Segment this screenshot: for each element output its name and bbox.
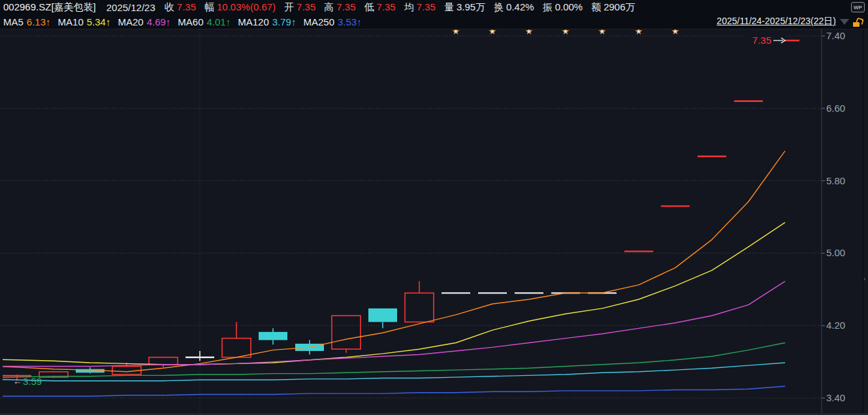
y-axis-label: 7.40	[826, 30, 845, 41]
quote-field-label: 收	[165, 1, 174, 12]
candle-11[interactable]	[368, 308, 397, 328]
quote-field-value: 7.35	[297, 1, 315, 12]
low-price-marker: ←3.59	[13, 376, 42, 387]
ma-legend-MA10: MA105.34↑	[58, 16, 111, 27]
candle-4[interactable]	[112, 363, 141, 374]
ma-label: MA5	[3, 16, 24, 27]
quote-field-高: 高7.35	[324, 1, 355, 14]
ma-label: MA20	[118, 16, 143, 27]
candle-6[interactable]	[185, 351, 214, 361]
quote-field-label: 换	[494, 1, 504, 12]
ma-lines-layer	[3, 151, 785, 396]
quote-field-label: 量	[444, 1, 454, 12]
right-panel-splitter[interactable]: ›	[863, 0, 868, 415]
ma-line-MA250	[3, 386, 785, 396]
unlock-icon[interactable]	[853, 17, 861, 27]
ma-legend-MA5: MA56.13↑	[3, 16, 51, 27]
ma-legend-MA120: MA1203.79↑	[238, 16, 296, 27]
ma-value: 3.79↑	[272, 16, 297, 27]
quote-field-value: 0.00%	[555, 1, 583, 12]
ma-value: 6.13↑	[27, 16, 51, 27]
ma-value: 5.34↑	[87, 16, 111, 27]
quote-field-value: 7.35	[336, 1, 355, 12]
candle-12[interactable]	[405, 281, 434, 322]
quote-field-开: 开7.35	[284, 1, 315, 14]
ma-value: 4.01↑	[207, 16, 231, 27]
kline-chart[interactable]: 7.406.605.805.004.203.40★★★★★★★←3.597.35	[0, 0, 868, 415]
y-axis-label: 6.60	[826, 103, 845, 114]
ma-bar: MA56.13↑MA105.34↑MA204.69↑MA604.01↑MA120…	[0, 14, 868, 29]
quote-field-label: 额	[591, 1, 601, 12]
quote-field-value: 7.35	[177, 1, 196, 12]
date-range-label[interactable]: 2025/11/24-2025/12/23(22日)	[716, 16, 836, 27]
y-axis-label: 3.40	[826, 392, 845, 403]
quote-field-label: 开	[284, 1, 294, 12]
y-axis-label: 5.00	[826, 247, 845, 258]
ma-values: MA56.13↑MA105.34↑MA204.69↑MA604.01↑MA120…	[3, 16, 369, 27]
quote-field-量: 量3.95万	[444, 1, 485, 14]
ma-label: MA10	[58, 16, 84, 27]
quote-field-label: 低	[364, 1, 374, 12]
quote-field-label: 均	[404, 1, 414, 12]
quote-field-value: 3.95万	[457, 1, 485, 12]
ma-value: 4.69↑	[147, 16, 171, 27]
quote-field-value: 10.03%(0.67)	[217, 1, 276, 12]
quote-field-幅: 幅10.03%(0.67)	[204, 1, 276, 14]
quote-field-value: 7.35	[376, 1, 395, 12]
ma-label: MA120	[238, 16, 269, 27]
ma-legend-MA250: MA2503.53↑	[303, 16, 361, 27]
candle-5[interactable]	[149, 357, 178, 367]
candle-8[interactable]	[259, 328, 287, 344]
low-price-label: 3.59	[23, 376, 42, 387]
quote-field-额: 额2906万	[591, 1, 635, 14]
splitter-handle-icon[interactable]: ›	[863, 276, 865, 282]
stock-symbol: 002969.SZ[嘉美包装]	[3, 1, 96, 14]
quote-field-label: 高	[324, 1, 334, 12]
ma-line-MA60	[3, 343, 785, 378]
ma-legend-MA60: MA604.01↑	[178, 16, 231, 27]
last-price-marker: 7.35	[743, 34, 785, 47]
quote-field-换: 换0.42%	[494, 1, 534, 14]
quote-field-value: 0.42%	[506, 1, 534, 12]
ma-value: 3.53↑	[338, 16, 362, 27]
candle-2[interactable]	[39, 371, 68, 378]
ma-legend-MA20: MA204.69↑	[118, 16, 170, 27]
quote-date: 2025/12/23	[106, 2, 155, 13]
wp-monitor-icon[interactable]: WP	[851, 2, 865, 12]
quote-field-label: 幅	[204, 1, 214, 12]
ma-label: MA250	[303, 16, 334, 27]
quote-bar: 002969.SZ[嘉美包装] 2025/12/23 收7.35幅10.03%(…	[0, 0, 868, 14]
candle-10[interactable]	[332, 316, 361, 353]
chevron-down-icon[interactable]	[840, 19, 849, 25]
ma-line-MA20	[3, 281, 785, 366]
ma-label: MA60	[178, 16, 203, 27]
last-price-label: 7.35	[752, 35, 771, 46]
quote-field-value: 2906万	[603, 1, 635, 12]
quote-fields: 收7.35幅10.03%(0.67)开7.35高7.35低7.35均7.35量3…	[165, 1, 644, 14]
ma-line-MA10	[3, 222, 785, 365]
date-range-control[interactable]: 2025/11/24-2025/12/23(22日)	[716, 14, 861, 29]
left-arrow-icon: ←	[13, 376, 22, 386]
candle-7[interactable]	[222, 322, 251, 357]
candles-layer[interactable]	[3, 41, 799, 381]
quote-field-label: 振	[543, 1, 553, 12]
quote-field-收: 收7.35	[165, 1, 196, 14]
quote-field-均: 均7.35	[404, 1, 436, 14]
ma-line-MA5	[3, 151, 785, 372]
quote-field-振: 振0.00%	[543, 1, 583, 14]
quote-field-value: 7.35	[417, 1, 436, 12]
y-axis-label: 4.20	[826, 320, 845, 331]
quote-field-低: 低7.35	[364, 1, 395, 14]
y-axis-label: 5.80	[826, 175, 845, 186]
